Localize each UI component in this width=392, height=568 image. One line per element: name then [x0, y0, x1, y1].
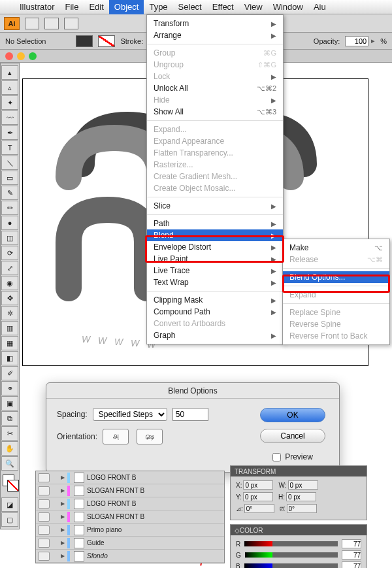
eraser-tool[interactable]: ◫ [1, 231, 18, 245]
h-input[interactable] [286, 492, 316, 501]
direct-selection-tool[interactable]: ▵ [1, 80, 18, 95]
menu-edit[interactable]: Edit [84, 0, 108, 14]
angle-input[interactable] [244, 504, 274, 513]
menu-aiu[interactable]: Aiu [308, 0, 331, 14]
submenu-item-blend-options-[interactable]: Blend Options... [283, 271, 389, 283]
hand-tool[interactable]: ✋ [1, 441, 18, 456]
visibility-toggle[interactable] [38, 526, 50, 535]
menu-item-path[interactable]: Path▶ [147, 218, 283, 229]
orientation-align-path-button[interactable]: ௸ [137, 429, 163, 444]
menu-file[interactable]: File [59, 0, 84, 14]
visibility-toggle[interactable] [38, 512, 50, 522]
menu-window[interactable]: Window [268, 0, 308, 14]
line-tool[interactable]: ＼ [1, 156, 18, 170]
mesh-tool[interactable]: ▦ [1, 336, 18, 350]
lasso-tool[interactable]: 〰 [1, 110, 18, 125]
zoom-button[interactable] [64, 18, 78, 29]
menu-illustrator[interactable]: Illustrator [14, 0, 59, 14]
menu-item-show-all[interactable]: Show All⌥⌘3 [147, 106, 283, 118]
menu-item-graph[interactable]: Graph▶ [147, 329, 283, 341]
preview-checkbox[interactable]: Preview [272, 452, 313, 461]
spacing-value-input[interactable] [172, 408, 208, 421]
visibility-toggle[interactable] [38, 486, 50, 495]
expand-icon[interactable]: ▶ [61, 527, 67, 533]
expand-icon[interactable]: ▶ [61, 501, 67, 507]
rotate-tool[interactable]: ⟳ [1, 246, 18, 260]
zoom-window-button[interactable] [29, 52, 37, 60]
expand-icon[interactable]: ▶ [61, 514, 67, 520]
menu-item-arrange[interactable]: Arrange▶ [147, 29, 283, 41]
type-tool[interactable]: T [1, 141, 18, 155]
menu-item-clipping-mask[interactable]: Clipping Mask▶ [147, 294, 283, 306]
cancel-button[interactable]: Cancel [260, 429, 325, 443]
fill-swatch[interactable] [76, 35, 93, 47]
warp-tool[interactable]: ◉ [1, 276, 18, 290]
symbol-sprayer-tool[interactable]: ✲ [1, 306, 18, 320]
rectangle-tool[interactable]: ▭ [1, 171, 18, 185]
graph-tool[interactable]: ▥ [1, 321, 18, 335]
layer-row[interactable]: ▶ Sfondo [36, 550, 224, 563]
y-input[interactable] [243, 492, 273, 501]
menu-item-slice[interactable]: Slice▶ [147, 200, 283, 212]
menu-item-live-paint[interactable]: Live Paint▶ [147, 253, 283, 265]
visibility-toggle[interactable] [38, 552, 50, 561]
blob-brush-tool[interactable]: ● [1, 216, 18, 230]
crop-tool[interactable]: ⧉ [1, 411, 18, 426]
orientation-align-page-button[interactable]: ௮ [103, 429, 129, 444]
menu-item-unlock-all[interactable]: Unlock All⌥⌘2 [147, 82, 283, 94]
r-slider[interactable] [244, 541, 338, 546]
g-slider[interactable] [245, 552, 338, 558]
w-input[interactable] [288, 480, 318, 490]
minimize-window-button[interactable] [17, 52, 25, 60]
b-input[interactable] [342, 561, 361, 568]
visibility-toggle[interactable] [38, 499, 50, 509]
g-input[interactable] [342, 550, 361, 560]
live-paint-tool[interactable]: ▣ [1, 396, 18, 410]
layer-row[interactable]: ▶ LOGO FRONT B [36, 497, 224, 510]
arrange-button[interactable] [44, 18, 59, 29]
stroke-swatch[interactable] [98, 35, 115, 47]
layer-row[interactable]: ▶ LOGO FRONT B [36, 471, 224, 484]
layer-row[interactable]: ▶ Primo piano [36, 524, 224, 537]
expand-icon[interactable]: ▶ [61, 475, 67, 480]
zoom-tool[interactable]: 🔍 [1, 456, 18, 471]
visibility-toggle[interactable] [38, 539, 50, 548]
slice-tool[interactable]: ✂ [1, 426, 18, 441]
screen-mode-button[interactable]: ▢ [1, 512, 18, 527]
menu-item-blend[interactable]: Blend▶ [147, 229, 283, 241]
preview-checkbox-input[interactable] [272, 453, 281, 461]
selection-tool[interactable]: ▴ [1, 65, 18, 80]
free-transform-tool[interactable]: ✥ [1, 291, 18, 305]
close-window-button[interactable] [5, 52, 13, 60]
expand-icon[interactable]: ▶ [61, 553, 67, 559]
b-slider[interactable] [244, 563, 338, 568]
menu-view[interactable]: View [239, 0, 268, 14]
scale-tool[interactable]: ⤢ [1, 261, 18, 275]
color-mode-button[interactable]: ◪ [1, 497, 18, 512]
blend-tool[interactable]: ⚭ [1, 381, 18, 395]
spacing-select[interactable]: Specified Steps [93, 408, 167, 421]
menu-item-text-wrap[interactable]: Text Wrap▶ [147, 276, 283, 288]
r-input[interactable] [342, 539, 361, 548]
opacity-input[interactable] [345, 36, 368, 46]
bridge-button[interactable] [25, 18, 39, 29]
expand-icon[interactable]: ▶ [61, 488, 67, 493]
x-input[interactable] [243, 480, 273, 490]
shear-input[interactable] [287, 504, 317, 513]
menu-effect[interactable]: Effect [207, 0, 239, 14]
menu-item-transform[interactable]: Transform▶ [147, 18, 283, 29]
magic-wand-tool[interactable]: ✦ [1, 95, 18, 110]
gradient-tool[interactable]: ◧ [1, 351, 18, 365]
menu-item-live-trace[interactable]: Live Trace▶ [147, 265, 283, 276]
eyedropper-tool[interactable]: ✐ [1, 366, 18, 380]
paintbrush-tool[interactable]: ✎ [1, 186, 18, 200]
pencil-tool[interactable]: ✏ [1, 201, 18, 215]
layer-row[interactable]: ▶ SLOGAN FRONT B [36, 510, 224, 524]
menu-select[interactable]: Select [173, 0, 207, 14]
pen-tool[interactable]: ✒ [1, 125, 18, 140]
layer-row[interactable]: ▶ Guide [36, 537, 224, 550]
menu-type[interactable]: Type [144, 0, 172, 14]
menu-object[interactable]: Object [109, 0, 144, 14]
fill-stroke-indicator[interactable] [1, 473, 19, 497]
layer-row[interactable]: ▶ SLOGAN FRONT B [36, 484, 224, 497]
